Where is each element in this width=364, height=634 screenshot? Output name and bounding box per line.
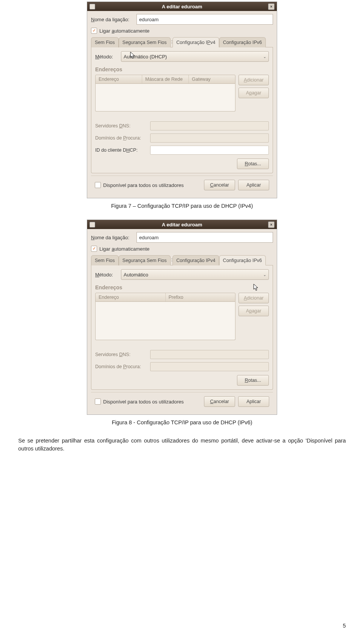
col-prefix: Prefixo bbox=[166, 293, 235, 301]
col-address: Endereço bbox=[96, 75, 142, 83]
apply-button[interactable]: Aplicar bbox=[238, 396, 269, 407]
dialog-footer: Disponível para todos os utilizadores Ca… bbox=[91, 176, 273, 194]
method-value: Automático (DHCP) bbox=[124, 54, 167, 60]
addresses-body[interactable] bbox=[95, 302, 235, 340]
auto-connect-label: Ligar automaticamente bbox=[99, 246, 149, 252]
titlebar[interactable]: A editar eduroam × bbox=[87, 220, 277, 229]
addresses-heading: Endereços bbox=[95, 66, 269, 72]
dns-label: Servidores DNS: bbox=[95, 352, 150, 357]
tabs: Sem Fios Segurança Sem Fios : Configuraç… bbox=[91, 255, 273, 265]
add-button[interactable]: Adicionar bbox=[238, 293, 269, 303]
dhcp-client-id-label: ID do cliente DHCP: bbox=[95, 148, 150, 153]
tabs: Sem Fios Segurança Sem Fios : Configuraç… bbox=[91, 37, 273, 47]
window-title: A editar eduroam bbox=[162, 222, 202, 228]
window-menu-icon[interactable] bbox=[89, 4, 95, 9]
close-icon[interactable]: × bbox=[268, 221, 275, 228]
method-label: Método: bbox=[95, 272, 121, 278]
cancel-button[interactable]: Cancelar bbox=[204, 396, 235, 407]
tab-content: Método: Automático (DHCP) ⌄ Endereços En… bbox=[91, 47, 273, 173]
search-domains-label: Domínios de Procura: bbox=[95, 135, 150, 141]
tab-wireless-security[interactable]: Segurança Sem Fios bbox=[119, 255, 171, 265]
figure8-caption: Figura 8 - Configuração TCP/IP para uso … bbox=[0, 419, 364, 425]
body-paragraph: Se se pretender partilhar esta configura… bbox=[18, 437, 346, 453]
search-domains-input[interactable] bbox=[150, 133, 269, 143]
dialog-ipv4: A editar eduroam × Nome da ligação: Liga… bbox=[87, 2, 277, 198]
method-value: Automático bbox=[124, 272, 148, 278]
connection-name-label: Nome da ligação: bbox=[91, 17, 136, 22]
addresses-header: Endereço Prefixo bbox=[95, 293, 235, 302]
method-select[interactable]: Automático (DHCP) ⌄ bbox=[121, 51, 269, 62]
dns-input[interactable] bbox=[150, 121, 269, 130]
routes-button[interactable]: Rotas... bbox=[237, 158, 269, 169]
cancel-button[interactable]: Cancelar bbox=[204, 180, 235, 190]
delete-button[interactable]: Apagar bbox=[238, 88, 269, 98]
method-label: Método: bbox=[95, 54, 121, 60]
chevron-down-icon: ⌄ bbox=[263, 55, 266, 59]
dialog-ipv6: A editar eduroam × Nome da ligação: Liga… bbox=[87, 220, 277, 415]
tab-content: Método: Automático ⌄ Endereços Endereço … bbox=[91, 265, 273, 390]
routes-button[interactable]: Rotas... bbox=[237, 375, 269, 386]
dhcp-client-id-input[interactable] bbox=[150, 146, 269, 155]
available-all-label: Disponível para todos os utilizadores bbox=[103, 399, 184, 405]
method-select[interactable]: Automático ⌄ bbox=[121, 269, 269, 280]
tab-ipv4[interactable]: Configuração IPv4 bbox=[173, 37, 219, 47]
auto-connect-label: Ligar automaticamente bbox=[99, 28, 149, 34]
tab-wireless-security[interactable]: Segurança Sem Fios bbox=[119, 37, 171, 47]
dns-input[interactable] bbox=[150, 350, 269, 359]
col-netmask: Máscara de Rede bbox=[142, 75, 189, 83]
tab-wireless[interactable]: Sem Fios bbox=[91, 37, 119, 47]
delete-button[interactable]: Apagar bbox=[238, 306, 269, 316]
available-all-label: Disponível para todos os utilizadores bbox=[103, 182, 184, 188]
figure7-caption: Figura 7 – Configuração TCP/IP para uso … bbox=[0, 203, 364, 209]
auto-connect-checkbox[interactable] bbox=[91, 28, 97, 34]
connection-name-label: Nome da ligação: bbox=[91, 235, 136, 240]
tab-ipv6[interactable]: Configuração IPv6 bbox=[219, 37, 266, 47]
auto-connect-checkbox[interactable] bbox=[91, 246, 97, 252]
tab-ipv6[interactable]: Configuração IPv6 bbox=[219, 255, 266, 265]
connection-name-input[interactable] bbox=[136, 14, 273, 25]
addresses-heading: Endereços bbox=[95, 284, 269, 290]
addresses-table: Endereço Máscara de Rede Gateway bbox=[95, 75, 235, 111]
apply-button[interactable]: Aplicar bbox=[238, 180, 269, 190]
available-all-checkbox[interactable] bbox=[95, 182, 101, 188]
chevron-down-icon: ⌄ bbox=[263, 273, 266, 277]
close-icon[interactable]: × bbox=[268, 3, 275, 10]
window-title: A editar eduroam bbox=[162, 4, 202, 9]
search-domains-input[interactable] bbox=[150, 362, 269, 371]
col-address: Endereço bbox=[96, 293, 166, 301]
tab-wireless[interactable]: Sem Fios bbox=[91, 255, 119, 265]
dialog-footer: Disponível para todos os utilizadores Ca… bbox=[91, 392, 273, 411]
connection-name-input[interactable] bbox=[136, 232, 273, 243]
tab-ipv4[interactable]: Configuração IPv4 bbox=[173, 255, 219, 265]
dns-label: Servidores DNS: bbox=[95, 123, 150, 129]
col-gateway: Gateway bbox=[189, 75, 235, 83]
addresses-header: Endereço Máscara de Rede Gateway bbox=[95, 75, 235, 84]
page-number: 5 bbox=[343, 623, 346, 629]
window-menu-icon[interactable] bbox=[89, 222, 95, 228]
search-domains-label: Domínios de Procura: bbox=[95, 364, 150, 369]
add-button[interactable]: Adicionar bbox=[238, 75, 269, 85]
available-all-checkbox[interactable] bbox=[95, 399, 101, 405]
titlebar[interactable]: A editar eduroam × bbox=[87, 2, 277, 11]
addresses-table: Endereço Prefixo bbox=[95, 293, 235, 340]
addresses-body[interactable] bbox=[95, 84, 235, 111]
